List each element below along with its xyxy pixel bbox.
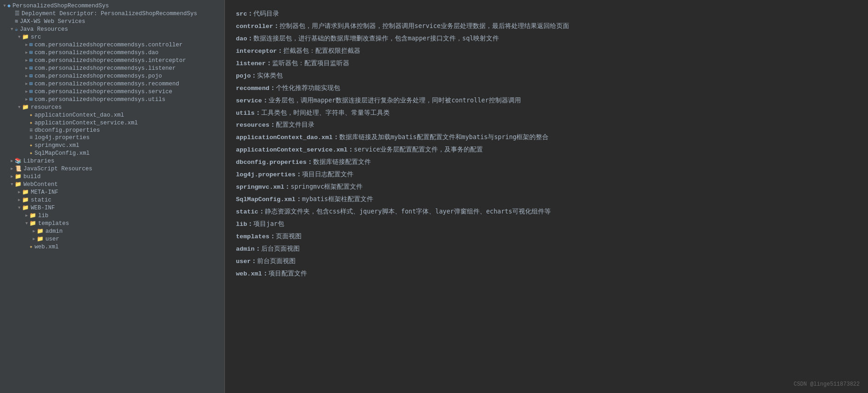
- label-root: PersonalizedShopRecommendSys: [12, 3, 109, 9]
- icon-controller: ⊞: [29, 41, 33, 48]
- label-deployment: Deployment Descriptor: PersonalizedShopR…: [22, 11, 197, 17]
- tree-item-src[interactable]: ▼ 📁 src: [0, 33, 224, 41]
- tree-item-resources[interactable]: ▼ 📁 resources: [0, 103, 224, 111]
- arrow-resources: ▼: [17, 105, 22, 110]
- tree-item-controller[interactable]: ▶ ⊞ com.personalizedshoprecommendsys.con…: [0, 41, 224, 49]
- desc-line: listener：监听器包：配置项目监听器: [236, 58, 857, 69]
- watermark: CSDN @linge511873822: [794, 381, 860, 387]
- tree-item-webxml[interactable]: ✦ web.xml: [0, 243, 224, 251]
- tree-item-recommend[interactable]: ▶ ⊞ com.personalizedshoprecommendsys.rec…: [0, 80, 224, 88]
- tree-item-service[interactable]: ▶ ⊞ com.personalizedshoprecommendsys.ser…: [0, 88, 224, 95]
- desc-value: 数据连接层包，进行基础的数据库增删改查操作，包含mapper接口文件，sql映射…: [253, 34, 499, 42]
- desc-line: templates：页面视图: [236, 231, 857, 242]
- arrow-webinf: ▼: [17, 206, 22, 210]
- label-dao: com.personalizedshoprecommendsys.dao: [34, 50, 158, 56]
- tree-item-utils[interactable]: ▶ ⊞ com.personalizedshoprecommendsys.uti…: [0, 95, 224, 103]
- desc-line: SqlMapConfig.xml：mybatis框架柱配置文件: [236, 194, 857, 205]
- tree-item-admin[interactable]: ▶ 📁 admin: [0, 227, 224, 235]
- desc-line: user：前台页面视图: [236, 256, 857, 267]
- icon-pojo: ⊞: [29, 73, 33, 79]
- tree-item-sqlmap[interactable]: ✦ SqlMapConfig.xml: [0, 149, 224, 157]
- tree-item-appctx_dao[interactable]: ✦ applicationContext_dao.xml: [0, 111, 224, 119]
- label-appctx_svc: applicationContext_service.xml: [34, 120, 138, 126]
- label-resources: resources: [31, 104, 62, 111]
- tree-item-interceptor[interactable]: ▶ ⊞ com.personalizedshoprecommendsys.int…: [0, 56, 224, 64]
- desc-key: lib：: [236, 221, 253, 228]
- tree-item-listener[interactable]: ▶ ⊞ com.personalizedshoprecommendsys.lis…: [0, 64, 224, 72]
- icon-log4j: ≡: [29, 135, 33, 141]
- tree-item-jsresources[interactable]: ▶ 📜 JavaScript Resources: [0, 165, 224, 173]
- tree-item-root[interactable]: ▼ ◆ PersonalizedShopRecommendSys: [0, 2, 224, 10]
- desc-key: resources：: [236, 122, 276, 129]
- icon-dao: ⊞: [29, 49, 33, 56]
- tree-item-springmvc[interactable]: ✦ springmvc.xml: [0, 141, 224, 149]
- tree-item-static[interactable]: ▶ 📁 static: [0, 196, 224, 204]
- desc-key: recommend：: [236, 85, 276, 92]
- arrow-webcontent: ▼: [9, 182, 15, 187]
- icon-lib: 📁: [29, 212, 36, 219]
- desc-value: 后台页面视图: [261, 245, 300, 252]
- desc-line: resources：配置文件目录: [236, 119, 857, 131]
- tree-item-build[interactable]: ▶ 📁 build: [0, 173, 224, 180]
- tree-item-log4j[interactable]: ≡ log4j.properties: [0, 134, 224, 141]
- arrow-libraries: ▶: [9, 158, 15, 163]
- desc-value: 控制器包，用户请求到具体控制器，控制器调用service业务层处理数据，最后将处…: [280, 22, 569, 29]
- icon-appctx_dao: ✦: [29, 112, 33, 118]
- desc-line: admin：后台页面视图: [236, 243, 857, 255]
- arrow-src: ▼: [17, 35, 22, 39]
- tree-item-javaresources[interactable]: ▼ ☕ Java Resources: [0, 25, 224, 33]
- desc-value: 前台页面视图: [257, 257, 296, 264]
- desc-key: admin：: [236, 246, 261, 253]
- desc-value: service业务层配置配置文件，及事务的配置: [354, 146, 483, 153]
- label-javaresources: Java Resources: [20, 26, 68, 33]
- tree-item-appctx_svc[interactable]: ✦ applicationContext_service.xml: [0, 119, 224, 127]
- desc-value: 配置文件目录: [276, 121, 314, 128]
- icon-jsresources: 📜: [15, 165, 22, 172]
- icon-libraries: 📚: [15, 157, 22, 164]
- desc-key: utils：: [236, 110, 261, 117]
- label-dbconfig: dbconfig.properties: [34, 127, 100, 134]
- desc-value: 实体类包: [257, 72, 283, 79]
- icon-webxml: ✦: [29, 243, 33, 250]
- tree-item-templates[interactable]: ▼ 📁 templates: [0, 219, 224, 227]
- label-log4j: log4j.properties: [34, 135, 90, 141]
- arrow-pojo: ▶: [24, 73, 29, 79]
- tree-item-jaxws[interactable]: ≋ JAX-WS Web Services: [0, 17, 224, 25]
- arrow-interceptor: ▶: [24, 58, 29, 63]
- tree-item-libraries[interactable]: ▶ 📚 Libraries: [0, 157, 224, 165]
- desc-key: dao：: [236, 35, 253, 42]
- icon-admin: 📁: [37, 228, 44, 235]
- tree-item-user[interactable]: ▶ 📁 user: [0, 235, 224, 243]
- arrow-jsresources: ▶: [9, 166, 15, 171]
- label-webinf: WEB-INF: [31, 205, 55, 211]
- tree-item-dbconfig[interactable]: ≡ dbconfig.properties: [0, 127, 224, 134]
- desc-key: pojo：: [236, 73, 257, 79]
- label-pojo: com.personalizedshoprecommendsys.pojo: [34, 73, 162, 79]
- arrow-lib: ▶: [24, 213, 29, 218]
- tree-item-lib[interactable]: ▶ 📁 lib: [0, 212, 224, 219]
- desc-line: src：代码目录: [236, 8, 857, 20]
- tree-item-pojo[interactable]: ▶ ⊞ com.personalizedshoprecommendsys.poj…: [0, 72, 224, 80]
- arrow-metainf: ▶: [17, 190, 22, 195]
- desc-key: applicationContext_dao.xml：: [236, 134, 339, 141]
- arrow-templates: ▼: [24, 221, 29, 226]
- icon-root: ◆: [7, 2, 11, 9]
- desc-line: web.xml：项目配置文件: [236, 268, 857, 280]
- label-service: com.personalizedshoprecommendsys.service: [34, 89, 172, 95]
- icon-interceptor: ⊞: [29, 57, 33, 64]
- file-tree[interactable]: ▼ ◆ PersonalizedShopRecommendSys ☰ Deplo…: [0, 0, 225, 393]
- icon-user: 📁: [37, 236, 44, 242]
- tree-item-webcontent[interactable]: ▼ 📁 WebContent: [0, 180, 224, 188]
- tree-item-deployment[interactable]: ☰ Deployment Descriptor: PersonalizedSho…: [0, 10, 224, 17]
- desc-line: dao：数据连接层包，进行基础的数据库增删改查操作，包含mapper接口文件，s…: [236, 33, 857, 45]
- label-src: src: [31, 34, 41, 40]
- desc-key: templates：: [236, 233, 276, 240]
- arrow-dao: ▶: [24, 50, 29, 55]
- tree-item-dao[interactable]: ▶ ⊞ com.personalizedshoprecommendsys.dao: [0, 49, 224, 56]
- tree-item-webinf[interactable]: ▼ 📁 WEB-INF: [0, 204, 224, 212]
- desc-line: applicationContext_service.xml：service业务…: [236, 144, 857, 156]
- icon-templates: 📁: [29, 220, 36, 227]
- tree-item-metainf[interactable]: ▶ 📁 META-INF: [0, 188, 224, 196]
- arrow-static: ▶: [17, 197, 22, 202]
- desc-line: springmvc.xml：springmvc框架配置文件: [236, 181, 857, 193]
